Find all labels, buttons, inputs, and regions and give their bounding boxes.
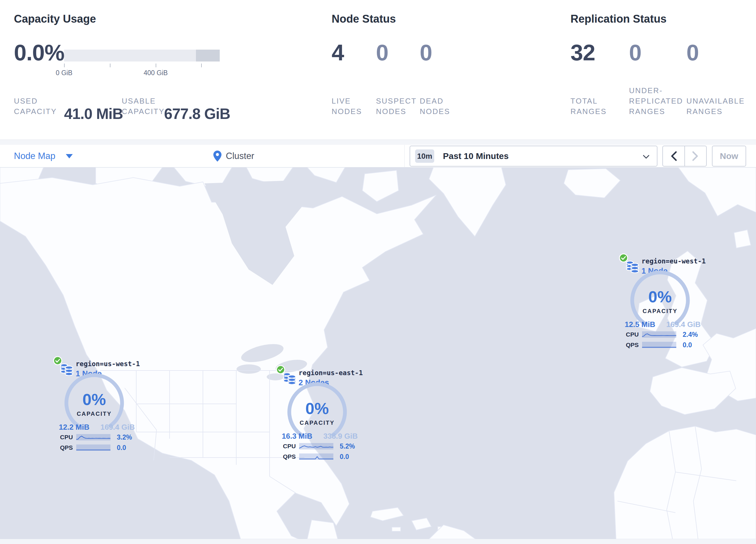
qps-sparkline [76,445,110,451]
capacity-bar-reserved-segment [196,50,220,61]
replication-status-title: Replication Status [570,13,667,25]
cpu-label: CPU [626,331,642,338]
qps-label: QPS [283,453,299,460]
capacity-bar-tick [201,64,202,67]
breadcrumb[interactable]: Cluster [213,145,254,167]
region-marker-eu-west-1[interactable]: region=eu-west-1 1 Node 0% CAPACITY 12.5… [619,253,709,353]
time-back-button[interactable] [663,146,685,166]
total-ranges-label: TOTAL RANGES [570,96,606,117]
region-name: region=eu-west-1 [641,257,706,265]
live-nodes-label: LIVE NODES [332,96,364,117]
cpu-sparkline [642,331,676,338]
caret-down-icon [66,154,73,158]
qps-value: 0.0 [340,453,349,461]
capacity-bar-tick [64,64,65,67]
cpu-sparkline [76,434,110,440]
capacity-usage-percent: 0.0% [14,41,64,64]
capacity-bar-tick [110,64,110,67]
capacity-usage-bar [64,50,220,61]
qps-label: QPS [60,444,76,451]
time-forward-button[interactable] [685,146,706,166]
time-range-label: Past 10 Minutes [443,151,509,161]
cpu-value: 5.2% [340,443,355,450]
cpu-value: 3.2% [117,434,132,441]
used-capacity-value: 41.0 MiB [64,105,123,122]
chevron-right-icon [692,151,699,161]
dead-nodes-count: 0 [420,41,432,64]
cpu-label: CPU [60,434,76,441]
cluster-summary-panel: Capacity Usage 0.0% 0 GiB 400 GiB USED C… [0,0,756,140]
total-ranges-count: 32 [570,41,595,64]
cpu-label: CPU [283,443,299,450]
cpu-value: 2.4% [683,331,698,339]
now-button[interactable]: Now [712,146,746,166]
qps-sparkline [642,342,676,348]
region-capacity-label: CAPACITY [628,308,692,315]
region-capacity-percent: 0% [62,391,126,408]
capacity-tick-label-zero: 0 GiB [47,69,81,77]
chevron-down-icon [643,154,650,159]
region-capacity-label: CAPACITY [62,411,126,417]
region-capacity-percent: 0% [628,289,692,305]
region-used-capacity: 12.2 MiB [59,423,90,432]
qps-sparkline [299,454,333,460]
time-range-badge: 10m [415,149,434,163]
time-pager [662,146,707,166]
qps-value: 0.0 [117,444,126,452]
cpu-sparkline [299,443,333,449]
unavailable-ranges-label: UNAVAILABLE RANGES [686,96,746,117]
node-status-title: Node Status [332,13,396,25]
usable-capacity-label: USABLE CAPACITY [122,96,166,117]
capacity-tick-label-mid: 400 GiB [138,69,173,77]
qps-label: QPS [626,342,642,349]
used-capacity-label: USED CAPACITY [14,96,58,117]
breadcrumb-label: Cluster [226,151,254,161]
live-nodes-count: 4 [332,41,344,64]
usable-capacity-value: 677.8 GiB [164,105,230,122]
time-range-dropdown[interactable]: 10m Past 10 Minutes [410,146,657,166]
map-pin-icon [213,150,221,162]
capacity-usage-title: Capacity Usage [14,13,96,25]
chevron-left-icon [670,151,677,161]
region-total-capacity: 338.9 GiB [323,432,358,441]
under-replicated-ranges-count: 0 [629,41,641,64]
region-total-capacity: 169.4 GiB [100,423,135,432]
suspect-nodes-count: 0 [376,41,388,64]
qps-value: 0.0 [683,341,692,349]
capacity-bar-tick [156,64,156,67]
region-capacity-percent: 0% [285,400,349,417]
view-selector-label: Node Map [14,151,55,161]
region-used-capacity: 16.3 MiB [282,432,312,441]
region-marker-us-west-1[interactable]: region=us-west-1 1 Node 0% CAPACITY 12.2… [53,356,143,456]
region-total-capacity: 169.4 GiB [666,320,701,329]
dead-nodes-label: DEAD NODES [420,96,452,117]
page-bottom-strip [0,539,756,544]
region-used-capacity: 12.5 MiB [625,320,655,329]
unavailable-ranges-count: 0 [686,41,699,64]
region-name: region=us-east-1 [299,369,363,377]
view-selector-dropdown[interactable]: Node Map [14,145,73,167]
region-capacity-label: CAPACITY [285,420,349,426]
region-marker-us-east-1[interactable]: region=us-east-1 2 Nodes 0% CAPACITY 16.… [276,365,366,465]
suspect-nodes-label: SUSPECT NODES [376,96,417,117]
under-replicated-ranges-label: UNDER-REPLICATED RANGES [629,85,681,117]
map-toolbar: Node Map Cluster 10m Past 10 Minutes Now [0,145,756,167]
now-button-label: Now [720,151,738,161]
region-name: region=us-west-1 [76,360,140,368]
toolbar-divider [404,145,405,167]
